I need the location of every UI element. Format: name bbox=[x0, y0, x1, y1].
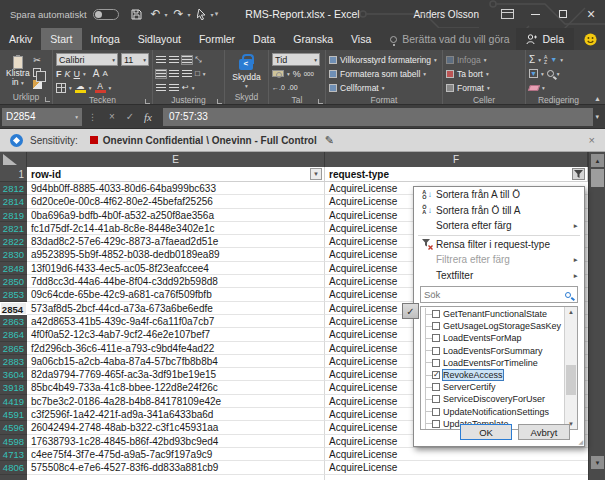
cell-row-id[interactable]: 575508c4-e7e6-4527-83f6-dd833a881cb9 bbox=[27, 461, 325, 474]
filter-option[interactable]: GetTenantFunctionalState bbox=[426, 308, 563, 320]
paste-button[interactable]: Klistra in ▾ bbox=[3, 53, 33, 91]
resize-grip-icon[interactable]: ◢ bbox=[578, 438, 583, 445]
menu-item-sort-by-color[interactable]: Sortera efter färg► bbox=[414, 218, 584, 234]
cell-row-id[interactable]: 83dad8c2-57e6-429c-8873-a7faead2d51e bbox=[27, 235, 325, 248]
filter-option[interactable]: ServerCertify bbox=[426, 381, 563, 393]
collapse-ribbon-icon[interactable]: ▲ bbox=[594, 95, 605, 104]
row-number[interactable]: 3604 bbox=[0, 368, 27, 381]
cell-row-id[interactable]: c4ee75f4-3f7e-475d-a9a5-7ac9f197a9c9 bbox=[27, 448, 325, 461]
cell-row-id[interactable]: 6d20ce0e-00c8-4f62-80e2-45befaf25256 bbox=[27, 195, 325, 208]
filter-option[interactable]: RevokeAccess bbox=[426, 369, 563, 381]
cell-row-id[interactable]: a42d8653-41b5-439c-9a4f-c6a11f0a7cb7 bbox=[27, 315, 325, 328]
row-number[interactable]: 2812 bbox=[0, 182, 27, 195]
filter-option-checkbox[interactable] bbox=[432, 371, 440, 379]
cell-row-id[interactable]: 17638793-1c28-4845-b86f-42bd93bc9ed4 bbox=[27, 435, 325, 448]
clear-icon[interactable] bbox=[528, 85, 540, 91]
scroll-up-icon[interactable]: ▲ bbox=[591, 154, 604, 167]
filter-option-checkbox[interactable] bbox=[432, 334, 440, 342]
row-number[interactable] bbox=[0, 475, 27, 480]
align-top-icon[interactable] bbox=[156, 56, 166, 64]
cell-styles-button[interactable]: Cellformat▾ bbox=[329, 81, 439, 94]
menu-item-clear-filter[interactable]: Rensa filter i request-type bbox=[414, 237, 584, 253]
select-all-corner[interactable] bbox=[0, 152, 27, 167]
filter-option[interactable]: LoadEventsForMap bbox=[426, 332, 563, 344]
row-number[interactable]: 3918 bbox=[0, 381, 27, 394]
align-left-icon[interactable] bbox=[156, 70, 166, 78]
bold-button[interactable]: F bbox=[56, 69, 62, 79]
customize-qat-icon[interactable]: ▾ bbox=[215, 10, 219, 18]
cell-row-id[interactable]: 13f019d6-f433-4ec5-ac05-8f23eafccee4 bbox=[27, 262, 325, 275]
copy-icon[interactable] bbox=[33, 68, 41, 77]
wrap-text-icon[interactable]: ↩ bbox=[182, 83, 189, 92]
autosum-icon[interactable]: Σ bbox=[529, 54, 535, 65]
align-center-icon[interactable] bbox=[169, 70, 179, 78]
font-size-combo[interactable]: 11▾ bbox=[121, 53, 149, 66]
row-number[interactable]: 2822 bbox=[0, 235, 27, 248]
decrease-decimal-icon[interactable]: .00 bbox=[288, 84, 298, 91]
autosave-toggle[interactable] bbox=[93, 9, 119, 20]
touch-mode-icon[interactable] bbox=[194, 5, 210, 23]
fill-icon[interactable]: ▼ bbox=[529, 69, 538, 78]
cell-row-id[interactable]: 4f0f0a52-12c3-4ab7-9cf2-46e2e107bef7 bbox=[27, 328, 325, 341]
fill-color-icon[interactable]: ☁ bbox=[75, 82, 86, 93]
tell-me-box[interactable]: Berätta vad du vill göra bbox=[390, 28, 509, 50]
filter-search-box[interactable] bbox=[420, 286, 578, 303]
filter-list-scrollbar[interactable]: ▲ ▼ bbox=[564, 307, 577, 429]
formula-input[interactable]: 07:57:33 bbox=[163, 108, 593, 126]
merge-center-icon[interactable]: □ bbox=[195, 69, 200, 78]
redo-icon[interactable]: ↷ bbox=[171, 5, 187, 23]
cell-row-id[interactable] bbox=[27, 475, 325, 480]
filter-option-checkbox[interactable] bbox=[432, 322, 440, 330]
filter-option-checkbox[interactable] bbox=[432, 408, 440, 416]
cell-row-id[interactable]: bc7be3c2-0186-4a28-b4b8-84178109e42e bbox=[27, 395, 325, 408]
cell-row-id[interactable]: fc1d75df-2c14-41ab-8c8e-8448e3402e1c bbox=[27, 222, 325, 235]
orientation-icon[interactable]: ⤡ bbox=[195, 55, 201, 65]
ribbon-tab[interactable]: Data bbox=[244, 28, 284, 50]
align-right-icon[interactable] bbox=[182, 70, 192, 78]
cell-row-id[interactable]: c3f2596f-1a42-421f-ad9a-341a6433ba6d bbox=[27, 408, 325, 421]
ribbon-tab[interactable]: Start bbox=[41, 28, 81, 50]
ribbon-tab[interactable]: Infoga bbox=[82, 28, 129, 50]
conditional-formatting-button[interactable]: Villkorsstyrd formatering▾ bbox=[329, 53, 439, 66]
edit-sensitivity-icon[interactable]: ✎ bbox=[325, 134, 334, 147]
filter-option-checkbox[interactable] bbox=[432, 310, 440, 318]
cell-row-id[interactable]: 09c64cde-65be-42c9-a681-ca76f509fbfb bbox=[27, 288, 325, 301]
insert-cells-button[interactable]: Infoga▾ bbox=[446, 53, 522, 66]
accounting-format-icon[interactable] bbox=[272, 70, 284, 77]
sort-filter-icon[interactable]: AZ bbox=[544, 55, 547, 65]
close-sensitivity-bar-icon[interactable]: × bbox=[589, 134, 595, 146]
maximize-button[interactable] bbox=[549, 0, 577, 28]
row-number[interactable]: 4596 bbox=[0, 421, 27, 434]
filter-option-checkbox[interactable] bbox=[432, 359, 440, 367]
cancel-entry-icon[interactable]: × bbox=[103, 111, 121, 122]
row-number[interactable]: 2863 bbox=[0, 315, 27, 328]
increase-indent-icon[interactable] bbox=[169, 84, 179, 92]
menu-item-sort-az[interactable]: AÖ↓ Sortera från A till Ö bbox=[414, 187, 584, 203]
cell-request-type[interactable] bbox=[325, 475, 588, 480]
filter-option[interactable]: LoadEventsForSummary bbox=[426, 345, 563, 357]
dialog-launcher-icon[interactable] bbox=[217, 99, 222, 104]
cell-row-id[interactable]: f2d296cb-36c6-411e-a793-c9bd4fe4ad22 bbox=[27, 342, 325, 355]
header-cell-row-id[interactable]: row-id ▼ bbox=[27, 167, 325, 182]
filter-option[interactable]: ServiceDiscoveryForUser bbox=[426, 393, 563, 405]
confirm-entry-icon[interactable]: ✓ bbox=[121, 111, 139, 122]
percent-style-icon[interactable]: % bbox=[293, 69, 301, 79]
filter-option[interactable]: LoadEventsForTimeline bbox=[426, 357, 563, 369]
menu-item-sort-za[interactable]: ÖA↓ Sortera från Ö till A bbox=[414, 203, 584, 219]
name-box-dropdown-icon[interactable]: ▾ bbox=[75, 114, 78, 120]
row-number[interactable]: 2853 bbox=[0, 288, 27, 301]
row-number[interactable]: 2865 bbox=[0, 342, 27, 355]
format-cells-button[interactable]: Format▾ bbox=[446, 81, 522, 94]
filter-option-checkbox[interactable] bbox=[432, 395, 440, 403]
row-number[interactable]: 2850 bbox=[0, 275, 27, 288]
vertical-scrollbar[interactable]: ▲ ▼ bbox=[588, 152, 605, 480]
cell-request-type[interactable]: AcquireLicense bbox=[325, 448, 588, 461]
dialog-launcher-icon[interactable] bbox=[145, 99, 150, 104]
row-number[interactable]: 4591 bbox=[0, 408, 27, 421]
request-type-filter-funnel-icon[interactable] bbox=[572, 168, 585, 180]
filter-option-checkbox[interactable] bbox=[432, 383, 440, 391]
ribbon-tab[interactable]: Formler bbox=[190, 28, 244, 50]
undo-icon[interactable]: ↶ bbox=[148, 5, 164, 23]
cell-row-id[interactable]: 9a06cb15-a2cb-4aba-87a4-57bc7fb8b8b4 bbox=[27, 355, 325, 368]
ribbon-tab[interactable]: Visa bbox=[342, 28, 380, 50]
